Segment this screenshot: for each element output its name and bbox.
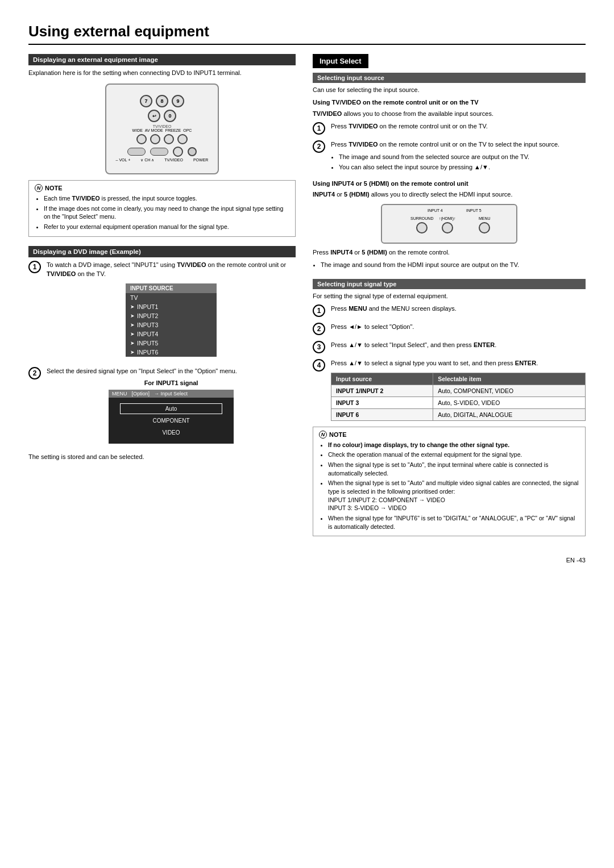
- note-list-section1: Each time TV/VIDEO is pressed, the input…: [35, 194, 289, 231]
- tv-video-label: TV/VIDEO: [153, 124, 172, 128]
- btn-7: 7: [140, 95, 152, 107]
- signal-note-3: When the signal type is set to "Auto", t…: [328, 461, 579, 477]
- note-box-signal-type: N NOTE If no colour) image displays, try…: [313, 427, 586, 537]
- tvvideo-subsection-header: Using TV/VIDEO on the remote control uni…: [313, 98, 586, 107]
- signal-step-num-2: 2: [313, 323, 325, 335]
- signal-menu: MENU[Option]→ Input Select Auto COMPONEN…: [109, 390, 234, 444]
- hdmi-bullets: The image and sound from the HDMI input …: [313, 261, 586, 269]
- right-step-content-1: Press TV/VIDEO on the remote control uni…: [331, 122, 586, 135]
- surround-group: SURROUND: [410, 216, 433, 233]
- signal-type-intro: For setting the signal type of external …: [313, 292, 586, 301]
- table-cell-input6-items: Auto, DIGITAL, ANALOGUE: [433, 408, 586, 420]
- surround-label: SURROUND: [410, 216, 433, 220]
- section-selecting-input: Selecting input source Can use for selec…: [313, 73, 586, 270]
- step-1-left: 1 To watch a DVD image, select "INPUT1" …: [28, 261, 296, 361]
- step2-text: Select the desired signal type on "Input…: [47, 367, 296, 376]
- note-item-1: Each time TV/VIDEO is pressed, the input…: [44, 194, 289, 203]
- section-header-displaying: Displaying an external equipment image: [28, 54, 296, 65]
- signal-step-content-1: Press MENU and the MENU screen displays.: [331, 304, 586, 317]
- signal-note-5: When the signal type for "INPUT6" is set…: [328, 514, 579, 531]
- right-step2-bullets: The image and sound from the selected so…: [331, 153, 586, 172]
- for-input-label: For INPUT1 signal: [47, 379, 296, 386]
- signal-step1-text: Press MENU and the MENU screen displays.: [331, 304, 586, 314]
- hdmi-btn-group: ↑(HDMI)↑: [439, 216, 456, 233]
- right-step1-text: Press TV/VIDEO on the remote control uni…: [331, 122, 586, 131]
- signal-item-auto: Auto: [120, 403, 222, 414]
- menu-item-input2: ➤ INPUT2: [126, 311, 217, 320]
- subsection-header-selecting: Selecting input source: [313, 73, 586, 83]
- btn-vol: [127, 148, 146, 156]
- menu-group: MENU: [479, 216, 491, 233]
- step1-text: To watch a DVD image, select "INPUT1" us…: [47, 261, 296, 279]
- note-item-2: If the image does not come in clearly, y…: [44, 205, 289, 221]
- section-signal-type: Selecting input signal type For setting …: [313, 279, 586, 537]
- right-step-num-1: 1: [313, 122, 325, 135]
- hdmi-subsection-header: Using INPUT4 or 5 (HDMI) on the remote c…: [313, 180, 586, 189]
- selecting-intro: Can use for selecting the input source.: [313, 86, 586, 95]
- section-intro: Explanation here is for the setting when…: [28, 69, 296, 78]
- signal-step4-text: Press ▲/▼ to select a signal type you wa…: [331, 359, 586, 368]
- signal-menu-breadcrumb: MENU[Option]→ Input Select: [109, 390, 234, 398]
- signal-step-num-1: 1: [313, 304, 325, 317]
- hdmi-press-text: Press INPUT4 or 5 (HDMI) on the remote c…: [313, 248, 586, 257]
- note-list-signal: If no colour) image displays, try to cha…: [319, 441, 579, 531]
- signal-step-content-4: Press ▲/▼ to select a signal type you wa…: [331, 359, 586, 421]
- right-step-content-2: Press TV/VIDEO on the remote control uni…: [331, 140, 586, 174]
- step-number-1-left: 1: [28, 261, 41, 273]
- tvvideo-body: TV/VIDEO allows you to choose from the a…: [313, 110, 586, 119]
- menu-item-input1: ➤ INPUT1: [126, 302, 217, 311]
- table-header-selectable: Selectable item: [433, 373, 586, 385]
- right-step-1: 1 Press TV/VIDEO on the remote control u…: [313, 122, 586, 135]
- table-row-input6: INPUT 6 Auto, DIGITAL, ANALOGUE: [331, 408, 586, 420]
- section-displaying-external: Displaying an external equipment image E…: [28, 54, 296, 237]
- signal-step-4: 4 Press ▲/▼ to select a signal type you …: [313, 359, 586, 421]
- hdmi-label: ↑(HDMI)↑: [439, 216, 456, 220]
- step-content-1-left: To watch a DVD image, select "INPUT1" us…: [47, 261, 296, 361]
- btn-avmode: [150, 134, 160, 144]
- btn-ch: [150, 148, 168, 156]
- note-title-signal: N NOTE: [319, 431, 579, 439]
- note-icon-signal: N: [319, 431, 327, 439]
- note-box-section1: N NOTE Each time TV/VIDEO is pressed, th…: [28, 180, 296, 237]
- menu-item-input4: ➤ INPUT4: [126, 329, 217, 339]
- signal-step-content-3: Press ▲/▼ to select "Input Select", and …: [331, 341, 586, 353]
- btn-power: [188, 147, 197, 156]
- menu-item-input6: ➤ INPUT6: [126, 348, 217, 357]
- remote-control-diagram: 7 8 9 ↩ 0 TV/VIDEO WIDE AV MODE FREEZE O…: [105, 84, 219, 174]
- signal-item-video: VIDEO: [120, 427, 222, 438]
- remote-label-row: WIDE AV MODE FREEZE OPC: [132, 128, 192, 132]
- btn-opc: [177, 134, 188, 144]
- menu-item-tv: TV: [126, 293, 217, 302]
- table-cell-input3: INPUT 3: [331, 397, 433, 408]
- right-step2-text: Press TV/VIDEO on the remote control uni…: [331, 140, 586, 149]
- input-source-menu: INPUT SOURCE TV ➤ INPUT1 ➤ INPUT2 ➤ INPU…: [126, 283, 217, 357]
- menu-header-input-source: INPUT SOURCE: [126, 283, 217, 293]
- btn-freeze: [164, 134, 174, 144]
- section-dvd-example: Displaying a DVD image (Example) 1 To wa…: [28, 246, 296, 462]
- hdmi-body: INPUT4 or 5 (HDMI) allows you to directl…: [313, 190, 586, 199]
- right-step-num-2: 2: [313, 140, 325, 153]
- menu-label: MENU: [479, 216, 491, 220]
- signal-step-1: 1 Press MENU and the MENU screen display…: [313, 304, 586, 317]
- signal-type-header: Selecting input signal type: [313, 279, 586, 289]
- btn-tvvideo-sm: [173, 147, 183, 157]
- note-title-section1: N NOTE: [35, 184, 289, 192]
- section-header-dvd: Displaying a DVD image (Example): [28, 246, 296, 257]
- note-icon: N: [35, 184, 43, 192]
- table-cell-input12-items: Auto, COMPONENT, VIDEO: [433, 385, 586, 397]
- signal-note-4: When the signal type is set to "Auto" an…: [328, 479, 579, 512]
- signal-note-2: Check the operation manual of the extern…: [328, 450, 579, 459]
- table-header-source: Input source: [331, 373, 433, 385]
- table-cell-input3-items: Auto, S-VIDEO, VIDEO: [433, 397, 586, 408]
- step-content-2-left: Select the desired signal type on "Input…: [47, 367, 296, 447]
- input5-label: INPUT 5: [466, 208, 482, 212]
- hdmi-bullet: The image and sound from the HDMI input …: [321, 261, 586, 269]
- signal-item-component: COMPONENT: [120, 415, 222, 426]
- signal-step-num-3: 3: [313, 341, 325, 353]
- step-2-left: 2 Select the desired signal type on "Inp…: [28, 367, 296, 447]
- bullet-2: You can also select the input source by …: [339, 163, 586, 172]
- table-cell-input12: INPUT 1/INPUT 2: [331, 385, 433, 397]
- signal-step-num-4: 4: [313, 359, 325, 372]
- table-row-input12: INPUT 1/INPUT 2 Auto, COMPONENT, VIDEO: [331, 385, 586, 397]
- input4-label: INPUT 4: [428, 208, 443, 212]
